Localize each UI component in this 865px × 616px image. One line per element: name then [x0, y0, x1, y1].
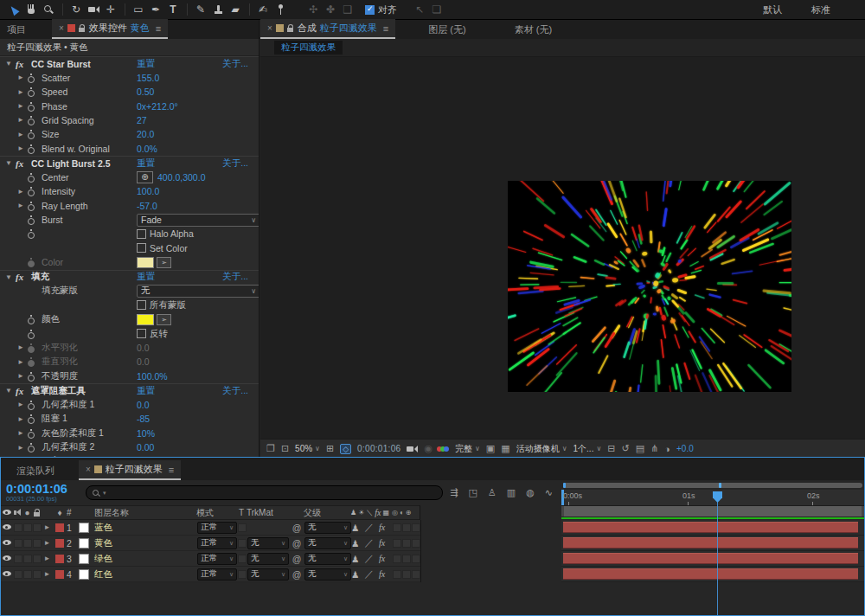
- stopwatch-icon[interactable]: [28, 401, 35, 409]
- quality-switch-icon[interactable]: ／: [364, 553, 374, 565]
- switch-cell[interactable]: [393, 523, 401, 532]
- expander-icon[interactable]: ►: [17, 415, 28, 423]
- parent-pickwhip-icon[interactable]: @: [289, 523, 304, 533]
- trkmat-column-header[interactable]: TrkMat: [247, 508, 288, 517]
- property-checkbox[interactable]: [137, 329, 146, 338]
- reset-view-icon[interactable]: ↺: [622, 443, 630, 454]
- parent-pickwhip-icon[interactable]: @: [289, 554, 304, 564]
- layer-track-row[interactable]: [561, 551, 864, 567]
- layer-name[interactable]: 红色: [94, 568, 197, 581]
- frame-blend-switch-icon[interactable]: ▦: [383, 509, 390, 517]
- blend-mode-dropdown[interactable]: 正常∨: [197, 568, 237, 581]
- capture-region-icon[interactable]: ❏: [428, 2, 445, 17]
- breadcrumb[interactable]: 粒子四溅效果: [274, 41, 343, 55]
- layer-name-column-header[interactable]: 图层名称: [94, 507, 196, 519]
- zoom-tool-icon[interactable]: [40, 2, 57, 17]
- effects-switch-icon[interactable]: fx: [379, 538, 385, 548]
- blend-mode-dropdown[interactable]: 正常∨: [197, 537, 237, 549]
- hand-tool-icon[interactable]: [22, 2, 40, 17]
- exposure-icon[interactable]: ◑: [664, 444, 670, 454]
- stamp-tool-icon[interactable]: [209, 2, 227, 17]
- quality-switch-icon[interactable]: ／: [364, 568, 374, 581]
- quality-switch-icon[interactable]: ＼: [366, 508, 373, 517]
- expander-icon[interactable]: ▼: [5, 273, 16, 281]
- stopwatch-icon[interactable]: [28, 258, 35, 266]
- about-link[interactable]: 关于...: [222, 385, 248, 397]
- stopwatch-icon[interactable]: [28, 372, 35, 381]
- layer-name[interactable]: 黄色: [94, 537, 197, 549]
- type-tool-icon[interactable]: T: [164, 2, 182, 17]
- stopwatch-icon[interactable]: [28, 229, 35, 238]
- motion-blur-switch-icon[interactable]: ◎: [392, 509, 398, 517]
- collapse-switch-icon[interactable]: ☀: [358, 509, 364, 517]
- lock-icon[interactable]: [79, 24, 86, 33]
- solo-toggle-cell[interactable]: [22, 570, 32, 579]
- close-icon[interactable]: ×: [86, 465, 91, 474]
- trkmat-dropdown[interactable]: 无∨: [247, 568, 289, 581]
- always-preview-icon[interactable]: ❐: [266, 443, 275, 454]
- crosshair-icon[interactable]: ⊕: [137, 171, 153, 183]
- property-value[interactable]: 0.0: [137, 356, 150, 367]
- preview-timecode[interactable]: 0:00:01:06: [357, 444, 400, 453]
- shared-view-cursor-icon[interactable]: ↖: [411, 2, 428, 17]
- effects-switch-icon[interactable]: fx: [375, 508, 381, 517]
- switch-cell[interactable]: [393, 570, 401, 579]
- tab-composition[interactable]: × 合成 粒子四溅效果 ≡: [260, 19, 395, 39]
- layer-expander-icon[interactable]: ►: [42, 539, 53, 547]
- stopwatch-icon[interactable]: [28, 215, 35, 224]
- solo-toggle-cell[interactable]: [22, 539, 32, 548]
- reset-link[interactable]: 重置: [137, 157, 155, 170]
- stopwatch-icon[interactable]: [28, 202, 35, 210]
- property-checkbox[interactable]: [137, 243, 146, 253]
- expander-icon[interactable]: ▼: [5, 60, 16, 67]
- axis-mode-view-icon[interactable]: ❑: [339, 2, 356, 17]
- 3d-switch-icon[interactable]: ⊕: [406, 509, 412, 517]
- expander-icon[interactable]: ►: [17, 429, 28, 437]
- histogram-icon[interactable]: ▤: [636, 443, 644, 454]
- roto-brush-tool-icon[interactable]: ✍: [254, 2, 272, 17]
- expander-icon[interactable]: ►: [17, 102, 28, 110]
- stopwatch-icon[interactable]: [28, 414, 35, 423]
- trkmat-dropdown[interactable]: 无∨: [247, 537, 289, 549]
- eraser-tool-icon[interactable]: ▰: [227, 2, 244, 17]
- pan-behind-tool-icon[interactable]: ✛: [102, 2, 119, 17]
- quality-switch-icon[interactable]: ／: [364, 522, 374, 534]
- audio-toggle-cell[interactable]: [13, 539, 22, 548]
- shy-icon[interactable]: ♙: [488, 487, 497, 498]
- tab-timeline-comp[interactable]: × 粒子四溅效果 ≡: [79, 460, 181, 480]
- camera-tool-icon[interactable]: [85, 2, 102, 17]
- about-link[interactable]: 关于...: [222, 58, 248, 70]
- layer-track-row[interactable]: [561, 567, 864, 582]
- layer-name[interactable]: 绿色: [94, 553, 197, 565]
- composition-preview[interactable]: [508, 181, 791, 392]
- stopwatch-icon[interactable]: [28, 443, 35, 452]
- snapshot-icon[interactable]: [407, 445, 418, 453]
- playhead-line[interactable]: [717, 491, 718, 615]
- reset-link[interactable]: 重置: [137, 271, 155, 283]
- property-value[interactable]: 10%: [137, 428, 155, 439]
- magnification-dropdown[interactable]: 50%∨: [295, 444, 320, 453]
- visibility-eye-icon[interactable]: [3, 523, 12, 531]
- timeline-search-input[interactable]: ▾: [86, 485, 443, 500]
- workspace-default-button[interactable]: 默认: [763, 3, 782, 16]
- property-value[interactable]: 100.0: [137, 186, 159, 196]
- label-column-icon[interactable]: ♦: [53, 508, 67, 517]
- lock-toggle-cell[interactable]: [32, 570, 42, 579]
- axis-mode-world-icon[interactable]: ✤: [322, 2, 339, 17]
- solo-column-icon[interactable]: ●: [22, 508, 32, 517]
- trkmat-dropdown[interactable]: 无∨: [247, 553, 289, 565]
- transparency-grid-icon[interactable]: ▦: [501, 443, 509, 454]
- expander-icon[interactable]: ►: [17, 444, 28, 452]
- stopwatch-icon[interactable]: [28, 330, 35, 338]
- visibility-eye-icon[interactable]: [3, 570, 12, 578]
- fx-badge-icon[interactable]: fx: [16, 386, 31, 396]
- snap-toggle[interactable]: 对齐: [365, 3, 397, 16]
- audio-toggle-cell[interactable]: [13, 555, 22, 563]
- expander-icon[interactable]: ►: [17, 116, 28, 124]
- fx-badge-icon[interactable]: fx: [16, 59, 31, 69]
- grid-guides-icon[interactable]: ⊞: [326, 443, 334, 454]
- mask-visibility-icon[interactable]: ◇: [340, 444, 351, 454]
- current-timecode[interactable]: 0:00:01:06: [6, 483, 86, 495]
- quality-switch-icon[interactable]: ／: [364, 537, 374, 549]
- blend-mode-dropdown[interactable]: 正常∨: [197, 522, 237, 534]
